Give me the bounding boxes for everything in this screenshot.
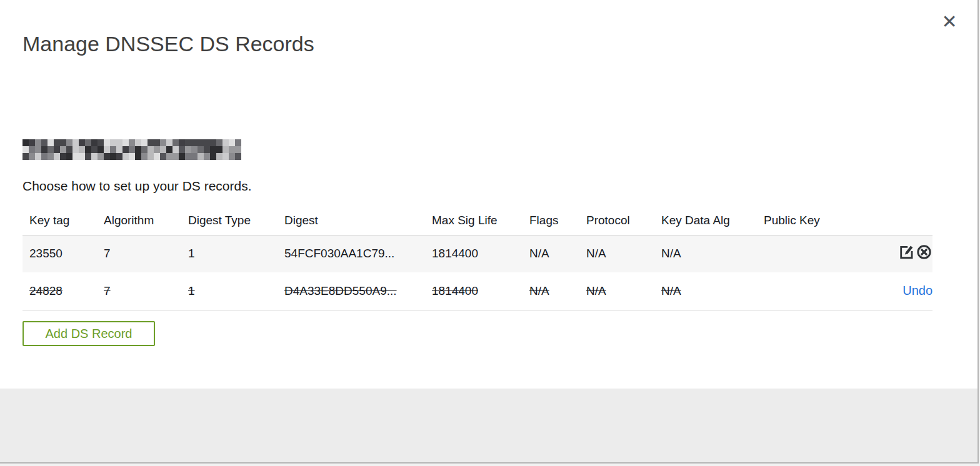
col-flags: Flags: [529, 206, 586, 235]
col-digest-type: Digest Type: [188, 206, 284, 235]
table-row: 23550 7 1 54FCF030AA1C79... 1814400 N/A …: [22, 235, 932, 272]
cell-public-key: [764, 272, 858, 310]
col-key-data-alg: Key Data Alg: [661, 206, 764, 235]
cell-flags: N/A: [529, 272, 586, 310]
cell-protocol: N/A: [586, 235, 661, 272]
edit-icon[interactable]: [898, 244, 915, 260]
delete-icon[interactable]: [916, 244, 932, 260]
row-actions: Undo: [858, 272, 932, 310]
cell-algorithm: 7: [104, 235, 188, 272]
col-protocol: Protocol: [586, 206, 661, 235]
close-icon[interactable]: ✕: [939, 11, 960, 32]
col-actions: [858, 206, 932, 235]
cell-digest: 54FCF030AA1C79...: [284, 235, 432, 272]
dialog-footer: Save Cancel: [0, 389, 978, 462]
manage-dnssec-dialog: Manage DNSSEC DS Records ✕ Choose how to…: [0, 0, 979, 464]
cell-digest-type: 1: [188, 235, 284, 272]
redacted-domain-name: [22, 139, 241, 160]
cell-key-tag: 24828: [22, 272, 104, 310]
cell-algorithm: 7: [104, 272, 188, 310]
col-max-sig-life: Max Sig Life: [432, 206, 529, 235]
table-header-row: Key tag Algorithm Digest Type Digest Max…: [22, 206, 932, 235]
table-row-deleted: 24828 7 1 D4A33E8DD550A9... 1814400 N/A …: [22, 272, 932, 310]
col-key-tag: Key tag: [22, 206, 104, 235]
cell-digest: D4A33E8DD550A9...: [284, 272, 432, 310]
cell-key-tag: 23550: [22, 235, 104, 272]
cell-key-data-alg: N/A: [661, 272, 764, 310]
cell-protocol: N/A: [586, 272, 661, 310]
col-algorithm: Algorithm: [104, 206, 188, 235]
add-ds-record-button[interactable]: Add DS Record: [22, 321, 155, 346]
undo-link[interactable]: Undo: [902, 284, 932, 297]
cell-max-sig-life: 1814400: [432, 235, 529, 272]
col-public-key: Public Key: [764, 206, 858, 235]
cell-digest-type: 1: [188, 272, 284, 310]
cell-max-sig-life: 1814400: [432, 272, 529, 310]
row-actions: [858, 235, 932, 272]
cell-key-data-alg: N/A: [661, 235, 764, 272]
page-title: Manage DNSSEC DS Records: [22, 32, 314, 56]
cell-public-key: [764, 235, 858, 272]
ds-records-table: Key tag Algorithm Digest Type Digest Max…: [22, 206, 932, 310]
subtitle-text: Choose how to set up your DS records.: [22, 179, 252, 194]
cell-flags: N/A: [529, 235, 586, 272]
col-digest: Digest: [284, 206, 432, 235]
